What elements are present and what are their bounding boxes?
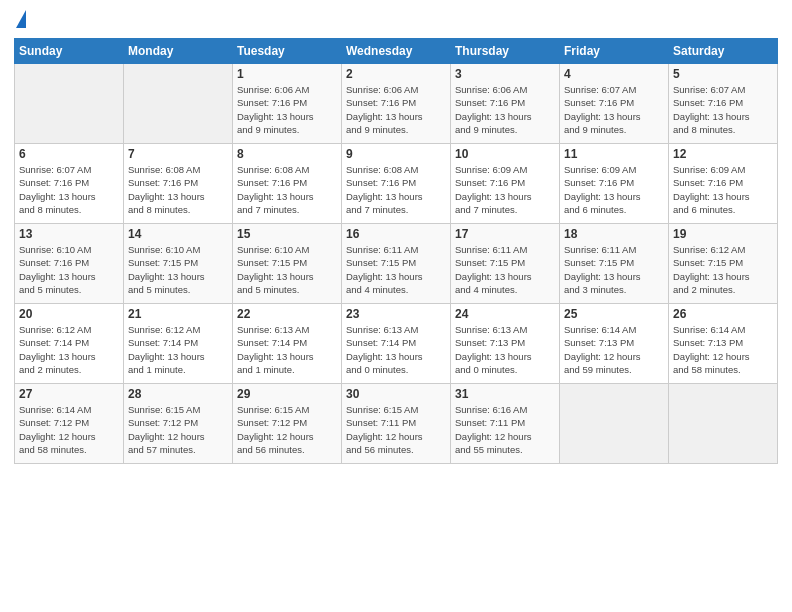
logo <box>14 10 26 30</box>
day-number: 18 <box>564 227 664 241</box>
week-row-2: 13Sunrise: 6:10 AM Sunset: 7:16 PM Dayli… <box>15 224 778 304</box>
day-info: Sunrise: 6:13 AM Sunset: 7:14 PM Dayligh… <box>346 323 446 376</box>
day-number: 19 <box>673 227 773 241</box>
day-number: 17 <box>455 227 555 241</box>
week-row-0: 1Sunrise: 6:06 AM Sunset: 7:16 PM Daylig… <box>15 64 778 144</box>
day-number: 23 <box>346 307 446 321</box>
day-info: Sunrise: 6:06 AM Sunset: 7:16 PM Dayligh… <box>237 83 337 136</box>
day-number: 31 <box>455 387 555 401</box>
calendar-cell: 19Sunrise: 6:12 AM Sunset: 7:15 PM Dayli… <box>669 224 778 304</box>
calendar-cell: 13Sunrise: 6:10 AM Sunset: 7:16 PM Dayli… <box>15 224 124 304</box>
day-number: 22 <box>237 307 337 321</box>
day-info: Sunrise: 6:13 AM Sunset: 7:14 PM Dayligh… <box>237 323 337 376</box>
calendar-cell: 20Sunrise: 6:12 AM Sunset: 7:14 PM Dayli… <box>15 304 124 384</box>
day-info: Sunrise: 6:11 AM Sunset: 7:15 PM Dayligh… <box>455 243 555 296</box>
calendar-cell <box>669 384 778 464</box>
calendar-header: SundayMondayTuesdayWednesdayThursdayFrid… <box>15 39 778 64</box>
calendar-cell: 28Sunrise: 6:15 AM Sunset: 7:12 PM Dayli… <box>124 384 233 464</box>
day-number: 2 <box>346 67 446 81</box>
day-info: Sunrise: 6:10 AM Sunset: 7:15 PM Dayligh… <box>237 243 337 296</box>
day-info: Sunrise: 6:12 AM Sunset: 7:14 PM Dayligh… <box>128 323 228 376</box>
header-day-friday: Friday <box>560 39 669 64</box>
calendar-cell <box>124 64 233 144</box>
day-info: Sunrise: 6:06 AM Sunset: 7:16 PM Dayligh… <box>455 83 555 136</box>
header-day-thursday: Thursday <box>451 39 560 64</box>
calendar-cell: 3Sunrise: 6:06 AM Sunset: 7:16 PM Daylig… <box>451 64 560 144</box>
header-day-tuesday: Tuesday <box>233 39 342 64</box>
calendar-cell: 9Sunrise: 6:08 AM Sunset: 7:16 PM Daylig… <box>342 144 451 224</box>
calendar-cell: 17Sunrise: 6:11 AM Sunset: 7:15 PM Dayli… <box>451 224 560 304</box>
calendar-cell <box>560 384 669 464</box>
day-number: 7 <box>128 147 228 161</box>
calendar-cell: 15Sunrise: 6:10 AM Sunset: 7:15 PM Dayli… <box>233 224 342 304</box>
day-info: Sunrise: 6:09 AM Sunset: 7:16 PM Dayligh… <box>673 163 773 216</box>
calendar-cell: 23Sunrise: 6:13 AM Sunset: 7:14 PM Dayli… <box>342 304 451 384</box>
day-info: Sunrise: 6:06 AM Sunset: 7:16 PM Dayligh… <box>346 83 446 136</box>
day-number: 11 <box>564 147 664 161</box>
calendar-cell: 5Sunrise: 6:07 AM Sunset: 7:16 PM Daylig… <box>669 64 778 144</box>
day-info: Sunrise: 6:08 AM Sunset: 7:16 PM Dayligh… <box>128 163 228 216</box>
day-number: 15 <box>237 227 337 241</box>
calendar-cell: 7Sunrise: 6:08 AM Sunset: 7:16 PM Daylig… <box>124 144 233 224</box>
day-info: Sunrise: 6:15 AM Sunset: 7:12 PM Dayligh… <box>237 403 337 456</box>
day-info: Sunrise: 6:12 AM Sunset: 7:15 PM Dayligh… <box>673 243 773 296</box>
calendar-cell: 21Sunrise: 6:12 AM Sunset: 7:14 PM Dayli… <box>124 304 233 384</box>
header-day-saturday: Saturday <box>669 39 778 64</box>
calendar-cell: 11Sunrise: 6:09 AM Sunset: 7:16 PM Dayli… <box>560 144 669 224</box>
day-number: 30 <box>346 387 446 401</box>
day-number: 13 <box>19 227 119 241</box>
calendar-cell: 6Sunrise: 6:07 AM Sunset: 7:16 PM Daylig… <box>15 144 124 224</box>
day-info: Sunrise: 6:13 AM Sunset: 7:13 PM Dayligh… <box>455 323 555 376</box>
day-number: 1 <box>237 67 337 81</box>
day-info: Sunrise: 6:14 AM Sunset: 7:13 PM Dayligh… <box>564 323 664 376</box>
day-number: 14 <box>128 227 228 241</box>
day-number: 9 <box>346 147 446 161</box>
header-day-monday: Monday <box>124 39 233 64</box>
day-info: Sunrise: 6:07 AM Sunset: 7:16 PM Dayligh… <box>673 83 773 136</box>
day-number: 24 <box>455 307 555 321</box>
calendar-cell: 10Sunrise: 6:09 AM Sunset: 7:16 PM Dayli… <box>451 144 560 224</box>
day-number: 3 <box>455 67 555 81</box>
day-number: 25 <box>564 307 664 321</box>
day-info: Sunrise: 6:10 AM Sunset: 7:15 PM Dayligh… <box>128 243 228 296</box>
calendar-cell: 29Sunrise: 6:15 AM Sunset: 7:12 PM Dayli… <box>233 384 342 464</box>
week-row-4: 27Sunrise: 6:14 AM Sunset: 7:12 PM Dayli… <box>15 384 778 464</box>
calendar-cell: 4Sunrise: 6:07 AM Sunset: 7:16 PM Daylig… <box>560 64 669 144</box>
day-info: Sunrise: 6:11 AM Sunset: 7:15 PM Dayligh… <box>564 243 664 296</box>
day-info: Sunrise: 6:14 AM Sunset: 7:12 PM Dayligh… <box>19 403 119 456</box>
calendar-cell: 2Sunrise: 6:06 AM Sunset: 7:16 PM Daylig… <box>342 64 451 144</box>
day-number: 4 <box>564 67 664 81</box>
calendar-cell: 14Sunrise: 6:10 AM Sunset: 7:15 PM Dayli… <box>124 224 233 304</box>
day-info: Sunrise: 6:08 AM Sunset: 7:16 PM Dayligh… <box>237 163 337 216</box>
day-info: Sunrise: 6:11 AM Sunset: 7:15 PM Dayligh… <box>346 243 446 296</box>
day-number: 26 <box>673 307 773 321</box>
day-number: 12 <box>673 147 773 161</box>
calendar-cell: 27Sunrise: 6:14 AM Sunset: 7:12 PM Dayli… <box>15 384 124 464</box>
calendar-cell: 30Sunrise: 6:15 AM Sunset: 7:11 PM Dayli… <box>342 384 451 464</box>
day-info: Sunrise: 6:16 AM Sunset: 7:11 PM Dayligh… <box>455 403 555 456</box>
day-number: 28 <box>128 387 228 401</box>
calendar-cell: 16Sunrise: 6:11 AM Sunset: 7:15 PM Dayli… <box>342 224 451 304</box>
calendar-cell: 12Sunrise: 6:09 AM Sunset: 7:16 PM Dayli… <box>669 144 778 224</box>
day-info: Sunrise: 6:10 AM Sunset: 7:16 PM Dayligh… <box>19 243 119 296</box>
day-number: 6 <box>19 147 119 161</box>
calendar-cell <box>15 64 124 144</box>
calendar-cell: 18Sunrise: 6:11 AM Sunset: 7:15 PM Dayli… <box>560 224 669 304</box>
calendar-cell: 24Sunrise: 6:13 AM Sunset: 7:13 PM Dayli… <box>451 304 560 384</box>
header <box>14 10 778 30</box>
week-row-3: 20Sunrise: 6:12 AM Sunset: 7:14 PM Dayli… <box>15 304 778 384</box>
day-info: Sunrise: 6:15 AM Sunset: 7:11 PM Dayligh… <box>346 403 446 456</box>
day-info: Sunrise: 6:14 AM Sunset: 7:13 PM Dayligh… <box>673 323 773 376</box>
day-number: 10 <box>455 147 555 161</box>
week-row-1: 6Sunrise: 6:07 AM Sunset: 7:16 PM Daylig… <box>15 144 778 224</box>
calendar-table: SundayMondayTuesdayWednesdayThursdayFrid… <box>14 38 778 464</box>
day-number: 27 <box>19 387 119 401</box>
calendar-cell: 26Sunrise: 6:14 AM Sunset: 7:13 PM Dayli… <box>669 304 778 384</box>
header-day-wednesday: Wednesday <box>342 39 451 64</box>
day-number: 21 <box>128 307 228 321</box>
day-number: 8 <box>237 147 337 161</box>
day-number: 16 <box>346 227 446 241</box>
day-info: Sunrise: 6:09 AM Sunset: 7:16 PM Dayligh… <box>564 163 664 216</box>
calendar-cell: 8Sunrise: 6:08 AM Sunset: 7:16 PM Daylig… <box>233 144 342 224</box>
header-day-sunday: Sunday <box>15 39 124 64</box>
